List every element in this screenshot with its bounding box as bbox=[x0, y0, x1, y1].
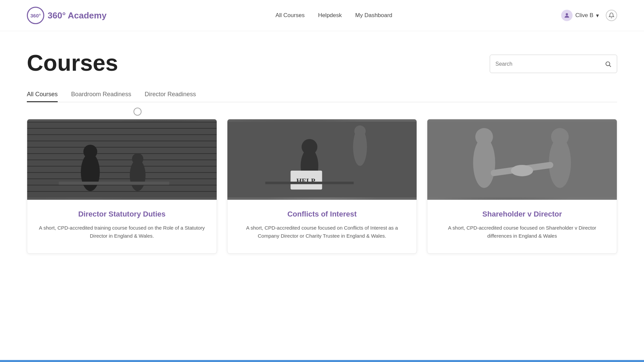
course-card-director-statutory-duties[interactable]: Director Statutory Duties A short, CPD-a… bbox=[27, 119, 217, 254]
course-title-2: Conflicts of Interest bbox=[237, 210, 407, 219]
search-button[interactable] bbox=[599, 55, 617, 73]
svg-rect-18 bbox=[265, 182, 354, 184]
course-image-3 bbox=[427, 119, 617, 200]
category-tabs: All Courses Boardroom Readiness Director… bbox=[27, 87, 617, 102]
search-input[interactable] bbox=[490, 61, 599, 67]
page-title: Courses bbox=[27, 51, 118, 74]
course-title-3: Shareholder v Director bbox=[437, 210, 607, 219]
logo-360: 360° bbox=[30, 13, 41, 18]
svg-rect-26 bbox=[427, 122, 617, 197]
course-card-conflicts-of-interest[interactable]: HELP. Conflicts of Interest A short, CPD… bbox=[227, 119, 417, 254]
course-grid: Director Statutory Duties A short, CPD-a… bbox=[27, 119, 617, 254]
nav-my-dashboard[interactable]: My Dashboard bbox=[355, 12, 392, 19]
course-desc-3: A short, CPD-accredited course focused o… bbox=[437, 224, 607, 240]
main-nav: All Courses Helpdesk My Dashboard bbox=[275, 12, 392, 19]
course-image-2: HELP. bbox=[227, 119, 417, 200]
user-area: Clive B ▾ bbox=[561, 10, 617, 21]
svg-line-2 bbox=[609, 65, 611, 67]
logo-circle: 360° bbox=[27, 7, 44, 24]
user-menu-button[interactable]: Clive B ▾ bbox=[561, 10, 599, 21]
search-box bbox=[490, 55, 617, 73]
course-title-1: Director Statutory Duties bbox=[37, 210, 207, 219]
svg-point-6 bbox=[81, 153, 100, 191]
course-thumbnail-3 bbox=[427, 119, 617, 200]
nav-helpdesk[interactable]: Helpdesk bbox=[318, 12, 342, 19]
course-thumbnail-1 bbox=[27, 119, 217, 200]
logo-area[interactable]: 360° 360° Academy bbox=[27, 7, 107, 24]
bottom-progress-bar bbox=[0, 360, 644, 362]
page-header: Courses bbox=[27, 51, 617, 74]
tab-boardroom-readiness[interactable]: Boardroom Readiness bbox=[71, 87, 131, 102]
svg-rect-10 bbox=[59, 182, 169, 185]
user-avatar-icon bbox=[561, 10, 573, 21]
course-desc-2: A short, CPD-accredited course focused o… bbox=[237, 224, 407, 240]
svg-rect-4 bbox=[27, 122, 217, 197]
logo-name: 360° Academy bbox=[48, 10, 107, 21]
svg-point-13 bbox=[354, 125, 366, 137]
svg-point-9 bbox=[132, 153, 143, 165]
user-name: Clive B bbox=[575, 12, 593, 19]
course-desc-1: A short, CPD-accredited training course … bbox=[37, 224, 207, 240]
svg-point-1 bbox=[606, 62, 610, 66]
tab-all-courses[interactable]: All Courses bbox=[27, 87, 58, 102]
tab-director-readiness[interactable]: Director Readiness bbox=[145, 87, 196, 102]
course-body-1: Director Statutory Duties A short, CPD-a… bbox=[27, 200, 217, 253]
cursor bbox=[133, 108, 142, 116]
svg-point-7 bbox=[84, 145, 97, 159]
nav-all-courses[interactable]: All Courses bbox=[275, 12, 305, 19]
course-body-3: Shareholder v Director A short, CPD-accr… bbox=[427, 200, 617, 253]
svg-point-0 bbox=[566, 13, 568, 15]
course-card-shareholder-v-director[interactable]: Shareholder v Director A short, CPD-accr… bbox=[427, 119, 617, 254]
course-image-1 bbox=[27, 119, 217, 200]
notifications-bell-icon[interactable] bbox=[606, 10, 617, 21]
course-body-2: Conflicts of Interest A short, CPD-accre… bbox=[227, 200, 417, 253]
course-thumbnail-2: HELP. bbox=[227, 119, 417, 200]
main-content: Courses All Courses Boardroom Readiness … bbox=[0, 31, 644, 267]
svg-point-15 bbox=[302, 139, 317, 155]
header: 360° 360° Academy All Courses Helpdesk M… bbox=[0, 0, 644, 31]
chevron-down-icon: ▾ bbox=[596, 12, 599, 19]
